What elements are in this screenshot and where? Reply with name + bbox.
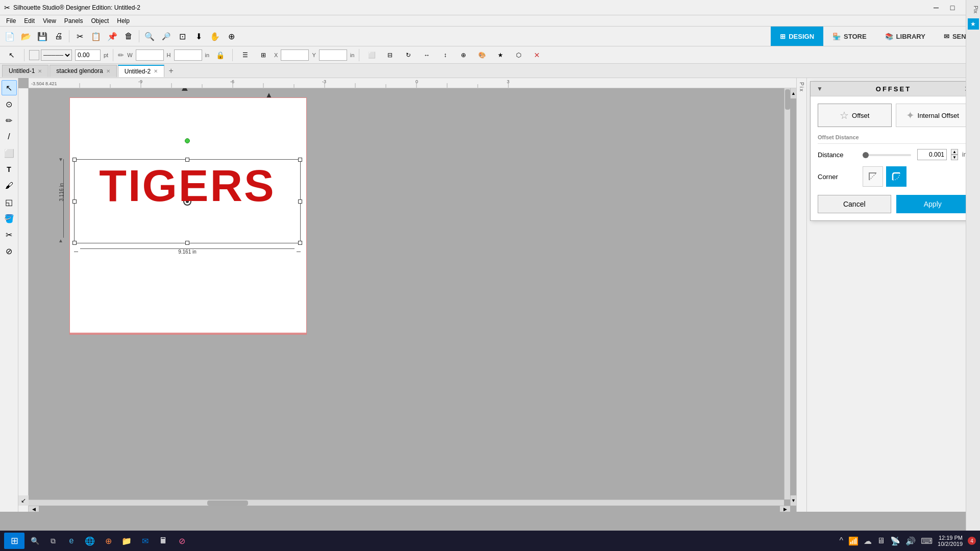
input-icon[interactable]: ⌨ [921,536,933,546]
hscroll-thumb[interactable] [207,500,248,506]
wifi-icon[interactable]: 📡 [890,536,900,546]
chevron-taskbar-icon[interactable]: ^ [840,536,844,545]
height-input[interactable]: 3.114 [174,49,202,61]
close-tab-untitled1[interactable]: ✕ [38,68,42,74]
fill-style-select[interactable]: ───── [41,49,72,61]
zoom-in-button[interactable]: 🔍 [142,29,157,44]
scroll-down-arrow[interactable]: ▼ [790,495,796,506]
cloud-icon[interactable]: ☁ [864,536,872,546]
open-button[interactable]: 📂 [18,29,34,44]
y-input[interactable]: 4.703 [319,49,347,61]
distance-slider-thumb[interactable] [863,152,869,158]
zoom-fit-button[interactable]: ⊡ [175,29,190,44]
punch-tool-button[interactable]: ⊘ [2,243,17,259]
pan-button[interactable]: ✋ [207,29,223,44]
line-tool-button[interactable]: / [2,129,17,144]
offset-expand-button[interactable]: ▼ [817,85,823,92]
doc-tab-untitled1[interactable]: Untitled-1 ✕ [2,65,48,77]
tigers-design[interactable]: TIGERS [74,163,301,208]
scroll-up-arrow[interactable]: ▲ [790,88,796,98]
transform-button2[interactable]: ⊟ [382,47,398,63]
menu-file[interactable]: File [2,16,20,26]
offset-button[interactable]: ☆ Offset [818,104,892,127]
zoom-out-button[interactable]: 🔎 [158,29,174,44]
vertical-scrollbar[interactable] [784,88,790,499]
width-input[interactable]: 9.159 [136,49,164,61]
distance-slider[interactable] [863,154,911,156]
sharp-corner-button[interactable] [863,166,883,187]
maximize-button[interactable]: □ [945,3,960,13]
menu-edit[interactable]: Edit [20,16,39,26]
tab-design[interactable]: ⊞ DESIGN [771,27,823,46]
rotation-handle[interactable] [185,138,190,143]
x-input[interactable]: 1.227 [281,49,309,61]
select-tool-button[interactable]: ↖ [2,80,17,95]
draw-tool-button[interactable]: ✏ [2,113,17,128]
clock[interactable]: 12:19 PM 10/2/2019 [938,535,963,547]
vscroll-thumb[interactable] [785,89,790,110]
calculator-button[interactable]: 🖩 [155,533,172,549]
doc-tab-untitled2[interactable]: Untitled-2 ✕ [118,65,164,77]
copy-button[interactable]: 📋 [88,29,104,44]
new-button[interactable]: 📄 [2,29,17,44]
edge-button[interactable]: e [63,533,80,549]
search-taskbar-button[interactable]: 🔍 [27,533,43,549]
apply-button[interactable]: Apply [896,195,970,213]
transform-button5[interactable]: ↕ [437,47,453,63]
distribute-button[interactable]: ⊞ [256,47,271,63]
text-tool-button[interactable]: T [2,162,17,177]
transform-button6[interactable]: ⊕ [456,47,471,63]
paste-button[interactable]: 📌 [105,29,120,44]
taskview-button[interactable]: ⧉ [45,533,61,549]
knife-tool-button[interactable]: ✂ [2,227,17,242]
distance-input[interactable] [917,149,947,160]
print-button[interactable]: 🖨 [51,29,66,44]
close-tab-untitled2[interactable]: ✕ [154,68,158,74]
round-corner-button[interactable] [886,166,906,187]
transform-button3[interactable]: ↻ [401,47,416,63]
menu-object[interactable]: Object [87,16,113,26]
internal-offset-button[interactable]: ✦ Internal Offset [896,104,970,127]
fill-tool-button[interactable]: 🪣 [2,211,17,226]
distance-increment[interactable]: ▲ [951,149,958,155]
new-tab-button[interactable]: + [165,65,177,77]
network-icon[interactable]: 📶 [848,536,859,546]
display-icon[interactable]: 🖥 [877,536,885,545]
grid-button[interactable]: ⊕ [224,29,239,44]
chrome-button[interactable]: 🌐 [82,533,98,549]
tab-library[interactable]: 📚 LIBRARY [876,27,935,46]
lock-ratio-button[interactable]: 🔒 [212,47,228,63]
delete-button[interactable]: 🗑 [121,29,136,44]
paint-tool-button[interactable]: 🖌 [2,178,17,193]
silhouette-taskbar[interactable]: ⊘ [174,533,190,549]
distance-decrement[interactable]: ▼ [951,155,958,160]
shape-tool-button[interactable]: ⬜ [2,145,17,161]
fill-color-swatch[interactable] [29,50,39,60]
close-tab-stacked[interactable]: ✕ [106,68,110,74]
download-button[interactable]: ⬇ [191,29,206,44]
notification-badge[interactable]: 4 [968,537,976,545]
mail-button[interactable]: ✉ [137,533,153,549]
eraser-tool-button[interactable]: ◱ [2,194,17,210]
style-button[interactable]: 🎨 [474,47,489,63]
doc-tab-stacked[interactable]: stacked glendora ✕ [50,65,116,77]
cut-button[interactable]: ✂ [72,29,87,44]
scroll-left-arrow[interactable]: ◀ [29,506,39,512]
start-button[interactable]: ⊞ [4,533,24,549]
menu-view[interactable]: View [39,16,60,26]
menu-panels[interactable]: Panels [60,16,87,26]
menu-help[interactable]: Help [113,16,134,26]
close-selection-button[interactable]: ✕ [529,47,545,63]
horizontal-scrollbar[interactable] [29,499,784,506]
align-button[interactable]: ☰ [237,47,253,63]
scroll-right-arrow[interactable]: ▶ [780,506,790,512]
unknown-button1[interactable]: ⊕ [100,533,116,549]
file-explorer-button[interactable]: 📁 [118,533,135,549]
transform-button1[interactable]: ⬜ [364,47,379,63]
volume-icon[interactable]: 🔊 [905,536,916,546]
node-tool-button[interactable]: ⊙ [2,96,17,112]
select-tool[interactable]: ↖ [4,47,19,63]
save-button[interactable]: 💾 [35,29,50,44]
tab-store[interactable]: 🏪 STORE [823,27,876,46]
star-button[interactable]: ★ [493,47,508,63]
